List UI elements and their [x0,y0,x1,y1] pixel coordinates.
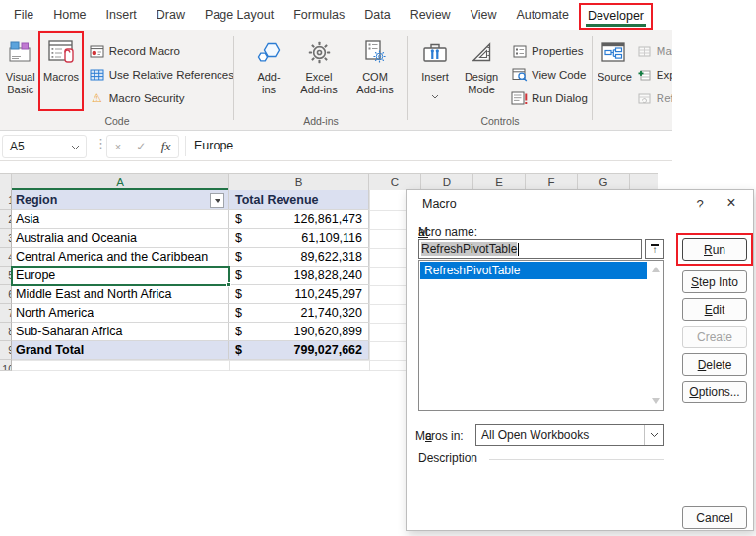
tab-review[interactable]: Review [401,1,461,30]
run-dialog-icon [510,91,529,105]
cell-region[interactable]: Central America and the Caribbean [12,248,229,266]
ribbon-group-code: VisualBasic [0,30,234,130]
delete-button[interactable]: Delete [682,353,747,376]
visual-basic-button[interactable]: VisualBasic [1,36,39,95]
confirm-entry-icon[interactable]: ✓ [136,140,146,153]
close-icon[interactable]: × [724,194,739,211]
cell-region[interactable]: Sub-Saharan Africa [12,323,229,340]
tab-developer-label: Developer [588,9,644,23]
cell-region[interactable]: Middle East and North Africa [12,285,229,303]
row-header-7[interactable]: 7 [0,304,12,323]
tab-home[interactable]: Home [43,1,95,30]
record-macro-label: Record Macro [109,45,180,57]
cell-region[interactable]: Australia and Oceania [12,229,229,247]
excel-addins-button[interactable]: ExcelAdd-ins [292,36,346,95]
name-box[interactable]: A5 [2,135,87,158]
cell-total-revenue-header[interactable]: Total Revenue [229,190,369,209]
chevron-down-icon[interactable] [644,425,663,445]
cell-grand-total-label[interactable]: Grand Total [12,341,229,359]
record-macro-button[interactable]: Record Macro [88,39,234,63]
cell-grand-total-amount[interactable]: $799,027,662 [229,341,369,359]
macro-security-button[interactable]: ⚠ Macro Security [88,87,234,110]
tab-file[interactable]: File [4,1,43,30]
cell-region[interactable]: North America [12,304,229,322]
row-header-2[interactable]: 2 [0,210,12,229]
select-all-corner[interactable] [0,174,12,191]
formula-input[interactable]: Europe [194,132,233,160]
create-button: Create [682,326,747,348]
map-properties-button[interactable]: Map Properties [635,39,672,63]
properties-button[interactable]: Properties [510,39,588,63]
tab-page-layout[interactable]: Page Layout [195,1,284,30]
edit-button[interactable]: Edit [682,298,747,321]
macros-in-select[interactable]: All Open Workbooks [475,424,664,446]
tab-insert[interactable]: Insert [96,1,147,30]
refresh-data-button[interactable]: Refresh Data [635,87,672,110]
tab-developer[interactable]: Developer [579,3,653,30]
addins-button[interactable]: Add-ins [247,36,290,95]
design-mode-button[interactable]: DesignMode [458,36,505,95]
cancel-button[interactable]: Cancel [682,506,747,529]
row-header-5[interactable]: 5 [0,267,12,285]
use-relative-references-button[interactable]: Use Relative References [88,63,234,87]
tab-draw[interactable]: Draw [147,1,195,30]
excel-addins-gear-icon [308,36,331,68]
macros-button[interactable]: Macros [41,36,80,84]
filter-dropdown-icon[interactable] [210,193,224,208]
row-header-9[interactable]: 9 [0,341,12,360]
source-button[interactable]: Source [598,36,632,84]
cell-amount[interactable]: $126,861,473 [229,210,369,228]
cancel-entry-icon[interactable]: × [115,141,121,152]
cell-amount[interactable]: $190,620,899 [229,323,369,340]
push-up-button[interactable]: ↑ [645,239,664,259]
tab-data[interactable]: Data [354,1,400,30]
row-header-1[interactable]: 1 [0,190,12,210]
macro-name-input[interactable]: RefreshPivotTable [418,239,642,259]
source-icon [601,36,627,68]
cell-amount[interactable]: $89,622,318 [229,248,369,266]
expansion-packs-button[interactable]: Expansion Packs [635,63,672,87]
scroll-up-icon[interactable] [652,267,660,272]
options-button[interactable]: Options... [682,381,747,403]
table-row: Asia $126,861,473 [12,210,369,229]
row-header-4[interactable]: 4 [0,248,12,267]
design-mode-label: Design [465,71,498,83]
run-button[interactable]: Run [682,238,747,261]
ribbon-group-addins: Add-ins ExcelAdd-ins [234,30,408,130]
row-header-10[interactable]: 10 [0,360,12,371]
insert-function-icon[interactable]: fx [161,139,171,154]
tab-automate[interactable]: Automate [507,1,580,30]
column-header-a[interactable]: A [12,174,229,191]
chevron-down-icon[interactable] [71,140,80,153]
text-caret [518,243,519,256]
controls-small-buttons: Properties View Code [510,39,588,110]
scroll-down-icon[interactable] [652,398,660,404]
step-into-button[interactable]: Step Into [682,270,747,293]
macro-name-label: Macro name: [418,225,477,239]
cell-region-header[interactable]: Region [12,190,229,209]
group-label-controls: Controls [408,115,593,127]
column-header-b[interactable]: B [229,174,369,191]
record-macro-icon [88,45,106,58]
group-label-code: Code [0,115,234,127]
com-addins-button[interactable]: COMAdd-ins [347,36,403,95]
cell-amount[interactable]: $110,245,297 [229,285,369,303]
macro-list-item-selected[interactable]: RefreshPivotTable [420,262,647,279]
insert-control-button[interactable]: Insert [414,36,456,103]
help-button[interactable]: ? [694,197,706,211]
tab-formulas[interactable]: Formulas [284,1,354,30]
macros-in-label: Macros in: [415,429,464,443]
currency-symbol: $ [235,287,242,301]
tab-view[interactable]: View [461,1,507,30]
view-code-button[interactable]: View Code [510,63,588,87]
macro-list[interactable]: RefreshPivotTable [418,260,664,411]
row-header-3[interactable]: 3 [0,229,12,248]
run-dialog-button[interactable]: Run Dialog [510,87,588,110]
cell-amount[interactable]: $61,109,116 [229,229,369,247]
cell-amount[interactable]: $21,740,320 [229,304,369,322]
row-header-8[interactable]: 8 [0,323,12,341]
cell-region-selected[interactable]: Europe [12,267,229,284]
cell-region[interactable]: Asia [12,210,229,228]
row-header-6[interactable]: 6 [0,285,12,304]
cell-amount[interactable]: $198,828,240 [229,267,369,284]
